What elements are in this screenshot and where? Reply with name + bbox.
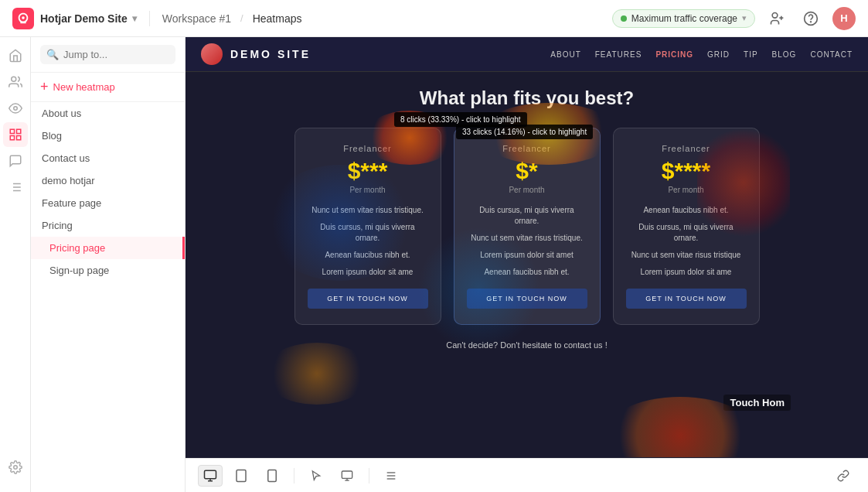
sidebar-nav: About us Blog Contact us demo hotjar Fea… <box>31 102 185 492</box>
demo-site-header: DEMO SITE ABOUT FEATURES PRICING GRID TI… <box>186 37 868 72</box>
heat-blob-5 <box>263 343 371 405</box>
hotjar-logo-icon <box>12 8 34 29</box>
plan-1-price: $*** <box>308 158 428 184</box>
rail-recordings-button[interactable] <box>3 96 28 121</box>
zoom-tool-button[interactable] <box>335 465 359 487</box>
search-input-wrap[interactable]: 🔍 <box>40 45 175 64</box>
sidebar-search-section: 🔍 <box>31 37 185 73</box>
rail-bottom <box>3 455 28 486</box>
svg-point-5 <box>811 21 812 22</box>
traffic-coverage-badge[interactable]: Maximum traffic coverage ▾ <box>612 9 755 28</box>
demo-logo-circle <box>201 43 223 65</box>
plan-3-feat-4: Lorem ipsum dolor sit ame <box>626 267 747 278</box>
new-heatmap-button[interactable]: + New heatmap <box>31 73 185 102</box>
pricing-cards: Freelancer $*** Per month Nunc ut sem vi… <box>216 128 837 325</box>
main-area: 🔍 + New heatmap About us Blog Contact us… <box>0 37 868 492</box>
footer-text: Can't decide? Don't hesitate to contact … <box>446 340 607 350</box>
add-user-button[interactable] <box>764 6 789 31</box>
sidebar-item-contact-us[interactable]: Contact us <box>31 147 185 169</box>
pricing-heading: What plan fits you best? <box>216 87 837 109</box>
plan-1-period: Per month <box>308 186 428 194</box>
zoom-icon <box>341 470 353 482</box>
workspace-breadcrumb[interactable]: Workspace #1 <box>162 12 231 25</box>
plan-1-cta-button[interactable]: GET IN TOUCH NOW <box>308 289 428 309</box>
message-icon <box>9 154 22 168</box>
site-name[interactable]: Hotjar Demo Site ▾ <box>40 12 137 25</box>
plan-3-label: Freelancer <box>626 144 747 153</box>
help-icon <box>803 11 819 26</box>
svg-point-1 <box>772 12 778 18</box>
share-link-button[interactable] <box>831 465 856 487</box>
sidebar-item-signup-page[interactable]: Sign-up page <box>31 259 185 282</box>
tablet-device-button[interactable] <box>229 465 254 487</box>
sidebar-item-blog[interactable]: Blog <box>31 125 185 147</box>
plan-1-label: Freelancer <box>308 144 428 153</box>
sidebar: 🔍 + New heatmap About us Blog Contact us… <box>31 37 186 492</box>
rail-feedback-button[interactable] <box>3 149 28 173</box>
rail-users-button[interactable] <box>3 70 28 94</box>
plan-2-cta-button[interactable]: GET IN TOUCH NOW <box>467 289 587 309</box>
rail-surveys-button[interactable] <box>3 175 28 200</box>
demo-logo-area: DEMO SITE <box>201 43 311 65</box>
pricing-footer: Can't decide? Don't hesitate to contact … <box>216 340 837 350</box>
demo-site-nav: ABOUT FEATURES PRICING GRID TIP BLOG CON… <box>550 50 853 59</box>
svg-rect-26 <box>342 471 352 478</box>
hotjar-logo-svg <box>16 12 30 26</box>
sidebar-item-pricing-page[interactable]: Pricing page <box>31 237 185 259</box>
mobile-device-button[interactable] <box>260 465 284 487</box>
mobile-icon <box>265 469 279 483</box>
sidebar-item-demo-hotjar[interactable]: demo hotjar <box>31 169 185 192</box>
badge-label: Maximum traffic coverage <box>631 13 737 24</box>
plan-2-period: Per month <box>467 186 587 194</box>
tooltip-2: 33 clicks (14.16%) - click to highlight <box>456 125 593 139</box>
sidebar-item-feature-page[interactable]: Feature page <box>31 192 185 214</box>
rail-home-button[interactable] <box>3 43 28 68</box>
plan-3-feat-1: Aenean faucibus nibh et. <box>626 205 747 216</box>
rail-heatmaps-button[interactable] <box>3 122 28 147</box>
svg-rect-11 <box>16 136 20 140</box>
svg-rect-19 <box>205 470 216 479</box>
plan-1-feat-4: Lorem ipsum dolor sit ame <box>308 267 428 278</box>
person-add-icon <box>769 11 785 26</box>
plan-card-1: Freelancer $*** Per month Nunc ut sem vi… <box>294 128 441 325</box>
breadcrumb-separator: / <box>240 12 243 24</box>
rail-settings-button[interactable] <box>3 455 28 480</box>
cursor-tool-button[interactable] <box>304 465 328 487</box>
search-input[interactable] <box>63 49 169 60</box>
demo-site-title: DEMO SITE <box>230 48 311 60</box>
plan-1-feat-2: Duis cursus, mi quis viverra ornare. <box>308 222 428 244</box>
heatmap-preview: DEMO SITE ABOUT FEATURES PRICING GRID TI… <box>186 37 868 458</box>
settings-icon <box>9 460 22 474</box>
plan-3-cta-button[interactable]: GET IN TOUCH NOW <box>626 289 747 309</box>
desktop-device-button[interactable] <box>198 465 223 487</box>
help-button[interactable] <box>798 6 823 31</box>
plan-2-label: Freelancer <box>467 144 587 153</box>
user-avatar[interactable]: H <box>832 7 856 30</box>
preview-area: DEMO SITE ABOUT FEATURES PRICING GRID TI… <box>186 37 868 492</box>
plan-3-feat-2: Duis cursus, mi quis viverra ornare. <box>626 222 747 244</box>
touch-hom-label: Touch Hom <box>723 395 791 411</box>
plan-2-feat-4: Aenean faucibus nibh et. <box>467 267 587 278</box>
link-icon <box>837 470 849 482</box>
demo-nav-about: ABOUT <box>550 50 580 59</box>
eye-icon <box>9 101 22 115</box>
cursor-icon <box>310 470 322 482</box>
svg-point-6 <box>11 77 15 81</box>
svg-point-18 <box>13 466 17 470</box>
svg-rect-8 <box>10 129 14 133</box>
plan-3-feat-3: Nunc ut sem vitae risus tristique <box>626 250 747 261</box>
sidebar-item-pricing[interactable]: Pricing <box>31 214 185 237</box>
plan-3-period: Per month <box>626 186 747 194</box>
svg-point-0 <box>22 16 25 19</box>
plan-2-price: $* <box>467 158 587 184</box>
sidebar-item-about-us[interactable]: About us <box>31 102 185 125</box>
plan-3-price: $**** <box>626 158 747 184</box>
plan-card-3: Freelancer $**** Per month Aenean faucib… <box>613 128 760 325</box>
site-name-text: Hotjar Demo Site <box>40 12 128 25</box>
list-icon <box>9 180 22 194</box>
badge-chevron-icon: ▾ <box>742 13 747 23</box>
settings-tool-button[interactable] <box>379 465 403 487</box>
nav-divider-1 <box>149 11 150 26</box>
sliders-icon <box>385 470 397 482</box>
svg-point-7 <box>13 107 17 111</box>
